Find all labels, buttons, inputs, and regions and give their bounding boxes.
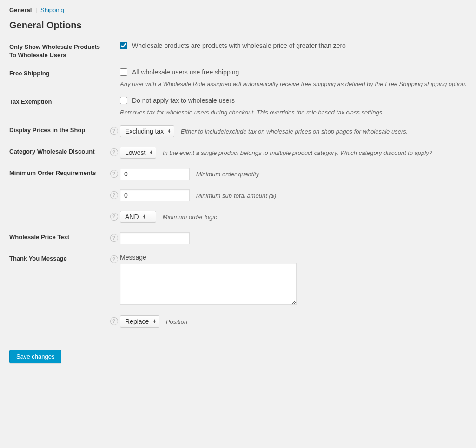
select-display-prices[interactable]: Excluding tax ▲▼: [120, 125, 174, 137]
hint-free-shipping: Any user with a Wholesale Role assigned …: [120, 80, 467, 87]
row-free-shipping: Free Shipping All wholesale users use fr…: [9, 67, 467, 87]
label-only-wholesale: Only Show Wholesale Products To Wholesal…: [9, 41, 108, 59]
chevron-updown-icon: ▲▼: [152, 320, 156, 323]
label-price-text: Wholesale Price Text: [9, 231, 108, 241]
row-min-order-qty: Minimum Order Requirements ? Minimum ord…: [9, 167, 467, 180]
checkbox-tax-exemption[interactable]: Do not apply tax to wholesale users: [120, 97, 467, 104]
input-min-subtotal[interactable]: [120, 189, 190, 201]
label-min-order: Minimum Order Requirements: [9, 167, 108, 177]
hint-thank-you-position: Position: [166, 318, 187, 325]
label-display-prices: Display Prices in the Shop: [9, 124, 108, 134]
textarea-thank-you[interactable]: [120, 263, 297, 305]
label-thank-you: Thank You Message: [9, 253, 108, 263]
select-min-order-logic[interactable]: AND ▲▼: [120, 211, 156, 223]
row-tax-exemption: Tax Exemption Do not apply tax to wholes…: [9, 96, 467, 116]
checkbox-tax-exemption-input[interactable]: [120, 97, 127, 104]
row-min-subtotal: ? Minimum sub-total amount ($): [9, 188, 467, 201]
help-icon[interactable]: ?: [110, 255, 118, 263]
input-min-order-qty[interactable]: [120, 168, 190, 180]
help-icon[interactable]: ?: [110, 127, 118, 135]
checkbox-free-shipping-label: All wholesale users use free shipping: [132, 68, 239, 76]
select-min-order-logic-value: AND: [125, 213, 139, 221]
tab-shipping[interactable]: Shipping: [40, 7, 64, 13]
checkbox-free-shipping[interactable]: All wholesale users use free shipping: [120, 68, 467, 76]
hint-category-discount: In the event a single product belongs to…: [163, 149, 432, 156]
input-price-text[interactable]: [120, 232, 190, 244]
chevron-updown-icon: ▲▼: [167, 129, 171, 133]
hint-min-subtotal: Minimum sub-total amount ($): [196, 192, 277, 199]
page-title: General Options: [9, 20, 467, 31]
help-icon[interactable]: ?: [110, 213, 118, 221]
row-display-prices: Display Prices in the Shop ? Excluding t…: [9, 124, 467, 137]
hint-min-order-logic: Minimum order logic: [163, 214, 217, 221]
help-icon[interactable]: ?: [110, 148, 118, 156]
help-icon[interactable]: ?: [110, 170, 118, 178]
tab-general[interactable]: General: [9, 7, 32, 13]
row-min-order-logic: ? AND ▲▼ Minimum order logic: [9, 210, 467, 223]
row-thank-you-position: ? Replace ▲▼ Position: [9, 314, 467, 328]
row-thank-you: Thank You Message ? Message: [9, 253, 467, 306]
hint-display-prices: Either to include/exclude tax on wholesa…: [181, 128, 408, 135]
checkbox-free-shipping-input[interactable]: [120, 68, 127, 76]
label-tax-exemption: Tax Exemption: [9, 96, 108, 106]
checkbox-only-wholesale[interactable]: Wholesale products are products with who…: [120, 42, 467, 49]
label-free-shipping: Free Shipping: [9, 67, 108, 78]
hint-min-order-qty: Minimum order quantity: [196, 171, 259, 178]
select-thank-you-position-value: Replace: [125, 318, 149, 325]
select-category-discount-value: Lowest: [125, 149, 145, 156]
chevron-updown-icon: ▲▼: [143, 215, 146, 219]
sub-tabs: General | Shipping: [9, 7, 467, 13]
help-icon[interactable]: ?: [110, 191, 118, 199]
help-icon[interactable]: ?: [110, 234, 118, 242]
select-category-discount[interactable]: Lowest ▲▼: [120, 147, 156, 159]
checkbox-only-wholesale-label: Wholesale products are products with who…: [132, 42, 346, 49]
row-category-discount: Category Wholesale Discount ? Lowest ▲▼ …: [9, 146, 467, 159]
help-icon[interactable]: ?: [110, 317, 118, 325]
checkbox-tax-exemption-label: Do not apply tax to wholesale users: [132, 97, 235, 104]
tab-separator: |: [35, 7, 37, 13]
save-button[interactable]: Save changes: [9, 350, 61, 363]
select-display-prices-value: Excluding tax: [125, 127, 164, 135]
select-thank-you-position[interactable]: Replace ▲▼: [120, 315, 159, 328]
hint-tax-exemption: Removes tax for wholesale users during c…: [120, 109, 467, 116]
chevron-updown-icon: ▲▼: [149, 151, 153, 154]
row-only-wholesale: Only Show Wholesale Products To Wholesal…: [9, 41, 467, 59]
checkbox-only-wholesale-input[interactable]: [120, 42, 127, 49]
row-price-text: Wholesale Price Text ?: [9, 231, 467, 244]
sublabel-thank-you-message: Message: [120, 254, 467, 261]
label-category-discount: Category Wholesale Discount: [9, 146, 108, 156]
